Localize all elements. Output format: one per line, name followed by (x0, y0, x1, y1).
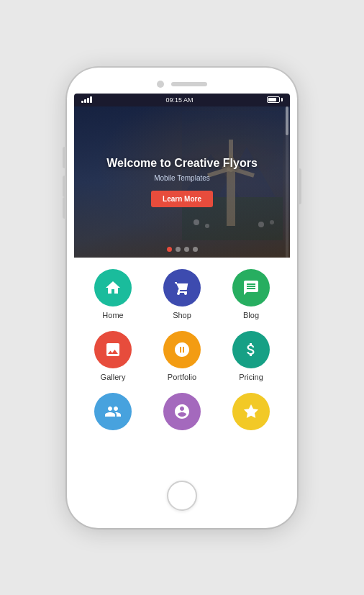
dot-1[interactable] (167, 247, 172, 252)
hero-cta-button[interactable]: Learn More (151, 191, 213, 207)
status-bar: 09:15 AM (74, 94, 290, 106)
home-icon (104, 279, 122, 296)
settings-icon (173, 403, 191, 420)
blog-label: Blog (243, 311, 259, 319)
portfolio-label: Portfolio (168, 373, 196, 381)
status-time: 09:15 AM (165, 96, 193, 104)
nav-item-blog[interactable]: Blog (219, 269, 283, 319)
pricing-icon (242, 341, 260, 358)
signal-bar-4 (90, 96, 92, 103)
gallery-icon-circle (94, 331, 132, 368)
hero-dots (74, 247, 290, 252)
nav-item-extra[interactable] (219, 393, 283, 435)
gallery-label: Gallery (101, 373, 126, 381)
phone-speaker (171, 82, 207, 86)
phone-frame: 09:15 AM (67, 68, 297, 528)
signal-bar-2 (84, 99, 86, 103)
star-icon (242, 403, 260, 420)
phone-camera (157, 81, 164, 88)
nav-item-portfolio[interactable]: Portfolio (150, 331, 214, 381)
phone-top-bar (74, 81, 290, 88)
gallery-icon (104, 341, 122, 358)
hero-scrollbar (286, 106, 288, 258)
portfolio-icon (173, 341, 191, 358)
signal-bar-3 (87, 98, 89, 103)
pricing-label: Pricing (239, 373, 263, 381)
nav-item-pricing[interactable]: Pricing (219, 331, 283, 381)
battery-indicator (267, 96, 283, 103)
battery-fill (268, 98, 276, 101)
dot-2[interactable] (176, 247, 181, 252)
shop-label: Shop (173, 311, 191, 319)
signal-bar-1 (81, 101, 83, 103)
users-icon-circle (94, 393, 132, 430)
nav-item-users[interactable] (81, 393, 145, 435)
users-icon (104, 403, 122, 420)
home-button[interactable] (167, 481, 197, 511)
pricing-icon-circle (232, 331, 270, 368)
nav-item-home[interactable]: Home (81, 269, 145, 319)
phone-screen: 09:15 AM (74, 94, 290, 473)
hero-title: Welcome to Creative Flyors (106, 157, 258, 170)
shop-icon (173, 279, 191, 296)
main-content: Home Shop (74, 258, 290, 473)
dot-4[interactable] (193, 247, 198, 252)
scrollbar-thumb (286, 106, 288, 135)
dot-3[interactable] (184, 247, 189, 252)
extra-icon-circle (232, 393, 270, 430)
blog-icon (242, 279, 260, 296)
hero-content: Welcome to Creative Flyors Mobile Templa… (74, 106, 290, 258)
settings-icon-circle (163, 393, 201, 430)
nav-icon-grid: Home Shop (81, 269, 283, 435)
blog-icon-circle (232, 269, 270, 306)
home-label: Home (102, 311, 123, 319)
battery-body (267, 96, 280, 103)
nav-item-gallery[interactable]: Gallery (81, 331, 145, 381)
nav-item-shop[interactable]: Shop (150, 269, 214, 319)
home-icon-circle (94, 269, 132, 306)
nav-item-settings[interactable] (150, 393, 214, 435)
hero-subtitle: Mobile Templates (154, 174, 210, 182)
hero-banner: Welcome to Creative Flyors Mobile Templa… (74, 106, 290, 258)
battery-tip (281, 98, 283, 101)
portfolio-icon-circle (163, 331, 201, 368)
shop-icon-circle (163, 269, 201, 306)
signal-indicator (81, 96, 92, 103)
